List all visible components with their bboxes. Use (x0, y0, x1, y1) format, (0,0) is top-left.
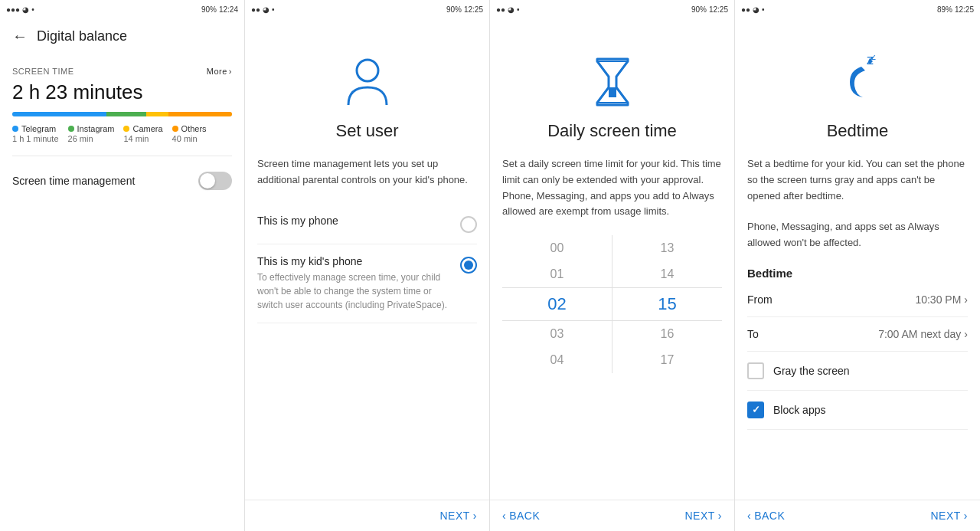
time-4: 12:25 (955, 5, 974, 14)
bt-icon-1: • (31, 5, 34, 14)
app-legend: Telegram 1 h 1 minute Instagram 26 min C… (12, 124, 232, 143)
radio-my-phone[interactable]: This is my phone (257, 204, 477, 244)
legend-telegram: Telegram 1 h 1 minute (12, 124, 59, 143)
to-value: 7:00 AM next day › (878, 328, 968, 340)
panel-daily-screen-time: ●● ◕ • 90% 12:25 Daily screen time Set a… (490, 0, 735, 531)
back-button-4[interactable]: ‹ BACK (747, 510, 785, 522)
minutes-col[interactable]: 13 14 15 16 17 (612, 235, 722, 373)
panel-set-user: ●● ◕ • 90% 12:25 Set user Screen time ma… (245, 0, 490, 531)
instagram-dot (68, 126, 74, 132)
page-title: Digital balance (37, 28, 127, 44)
wifi-icon-2: ◕ (263, 5, 270, 14)
gray-screen-checkbox[interactable] (747, 362, 764, 379)
hourglass-icon (590, 55, 635, 109)
chevron-right-from: › (964, 293, 968, 306)
others-time: 40 min (172, 134, 207, 143)
bedtime-desc: Set a bedtime for your kid. You can set … (747, 156, 968, 204)
battery-2: 90% (446, 5, 462, 14)
bedtime-section: Bedtime From 10:30 PM › To 7:00 AM next … (747, 267, 968, 430)
min-15[interactable]: 15 (612, 287, 722, 321)
chevron-right-icon-2: › (473, 510, 477, 522)
my-phone-radio[interactable] (460, 216, 477, 233)
chevron-right-icon-4: › (964, 510, 968, 522)
telegram-dot (12, 126, 18, 132)
hour-03[interactable]: 03 (502, 321, 612, 347)
instagram-time: 26 min (68, 134, 115, 143)
status-left-1: ●●● ◕ • (6, 5, 34, 14)
pb-telegram (12, 112, 106, 116)
progress-bar (12, 112, 232, 116)
from-label: From (747, 293, 773, 306)
status-bar-2: ●● ◕ • 90% 12:25 (245, 0, 489, 18)
bedtime-desc2: Phone, Messaging, and apps set as Always… (747, 219, 968, 251)
status-left-2: ●● ◕ • (251, 5, 275, 14)
to-label: To (747, 328, 759, 340)
daily-icon-area (502, 31, 722, 121)
wifi-icon-4: ◕ (753, 5, 760, 14)
bottom-nav-4: ‹ BACK NEXT › (735, 500, 980, 531)
divider-1 (12, 156, 232, 156)
min-16[interactable]: 16 (612, 321, 722, 347)
kids-phone-radio[interactable] (460, 257, 477, 274)
svg-text:z: z (871, 55, 876, 62)
pb-camera (146, 112, 168, 116)
back-button[interactable]: ← (12, 28, 28, 45)
more-link[interactable]: More › (207, 67, 232, 76)
hour-04[interactable]: 04 (502, 347, 612, 373)
time-3: 12:25 (709, 5, 728, 14)
panel-bedtime: ●● ◕ • 89% 12:25 z z Bedtime Set a bedti… (735, 0, 980, 531)
chevron-left-icon-3: ‹ (502, 510, 506, 522)
min-13[interactable]: 13 (612, 235, 722, 261)
status-right-4: 89% 12:25 (937, 5, 974, 14)
status-left-4: ●● ◕ • (741, 5, 765, 14)
status-right-2: 90% 12:25 (446, 5, 483, 14)
block-apps-row[interactable]: Block apps (747, 391, 968, 430)
radio-kids-phone[interactable]: This is my kid's phone To effectively ma… (257, 244, 477, 323)
next-button-2[interactable]: NEXT › (439, 510, 477, 522)
panel4-content: z z Bedtime Set a bedtime for your kid. … (735, 18, 980, 500)
bottom-nav-2: NEXT › (245, 500, 489, 531)
chevron-right-icon: › (229, 67, 232, 76)
pb-others (168, 112, 232, 116)
from-row[interactable]: From 10:30 PM › (747, 283, 968, 317)
bedtime-icon-area: z z (747, 31, 968, 121)
next-button-3[interactable]: NEXT › (684, 510, 722, 522)
chevron-right-to: › (964, 328, 968, 340)
others-name: Others (181, 124, 207, 133)
bottom-nav-3: ‹ BACK NEXT › (490, 500, 734, 531)
kids-phone-label: This is my kid's phone (257, 255, 451, 267)
time-2: 12:25 (464, 5, 483, 14)
set-user-desc: Screen time management lets you set up a… (257, 156, 477, 188)
hour-00[interactable]: 00 (502, 235, 612, 261)
status-bar-1: ●●● ◕ • 90% 12:24 (0, 0, 244, 18)
management-toggle[interactable] (198, 172, 232, 190)
next-button-4[interactable]: NEXT › (930, 510, 968, 522)
to-row[interactable]: To 7:00 AM next day › (747, 317, 968, 352)
legend-others: Others 40 min (172, 124, 207, 143)
gray-screen-label: Gray the screen (773, 365, 850, 377)
signal-icon-1: ●●● (6, 5, 20, 14)
block-apps-checkbox[interactable] (747, 402, 764, 418)
hours-col[interactable]: 00 01 02 03 04 (502, 235, 612, 373)
pb-instagram (106, 112, 146, 116)
signal-icon-3: ●● (496, 5, 505, 14)
time-picker[interactable]: 00 01 02 03 04 13 14 15 16 17 (502, 235, 722, 373)
svg-point-0 (357, 60, 378, 81)
hour-02[interactable]: 02 (502, 287, 612, 321)
battery-4: 89% (937, 5, 952, 14)
management-row: Screen time management (12, 162, 232, 199)
bt-icon-2: • (272, 5, 275, 14)
bedtime-title: Bedtime (747, 121, 968, 141)
min-17[interactable]: 17 (612, 347, 722, 373)
back-button-3[interactable]: ‹ BACK (502, 510, 540, 522)
bt-icon-4: • (762, 5, 765, 14)
battery-3: 90% (691, 5, 707, 14)
panel3-content: Daily screen time Set a daily screen tim… (490, 18, 734, 500)
telegram-name: Telegram (21, 124, 56, 133)
min-14[interactable]: 14 (612, 261, 722, 287)
gray-screen-row[interactable]: Gray the screen (747, 352, 968, 391)
management-label: Screen time management (12, 175, 135, 187)
others-dot (172, 126, 178, 132)
camera-dot (123, 126, 129, 132)
hour-01[interactable]: 01 (502, 261, 612, 287)
